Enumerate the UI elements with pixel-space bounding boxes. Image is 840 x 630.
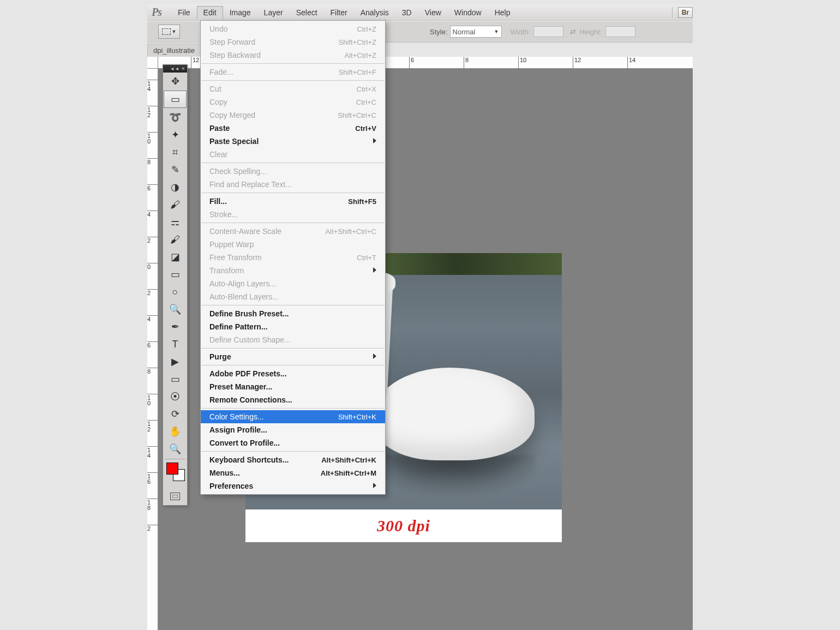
- menu-item-purge[interactable]: Purge: [201, 350, 385, 363]
- dodge-tool[interactable]: 🔍: [163, 301, 187, 318]
- eyedropper-tool[interactable]: ✎: [163, 161, 187, 178]
- menu-shortcut: Alt+Shift+Ctrl+C: [325, 227, 376, 236]
- menu-item-menus[interactable]: Menus...Alt+Shift+Ctrl+M: [201, 466, 385, 479]
- color-swatches[interactable]: [163, 460, 187, 488]
- eraser-tool[interactable]: ◪: [163, 248, 187, 266]
- menu-item-define-brush-preset[interactable]: Define Brush Preset...: [201, 307, 385, 320]
- menu-item-convert-to-profile[interactable]: Convert to Profile...: [201, 436, 385, 449]
- menu-shortcut: Alt+Shift+Ctrl+M: [321, 469, 376, 477]
- menu-item-fill[interactable]: Fill...Shift+F5: [201, 195, 385, 208]
- menu-item-label: Copy Merged: [209, 111, 255, 119]
- marquee-tool[interactable]: ▭: [164, 91, 187, 108]
- tools-panel: ◄◄ ✕ ✥▭➰✦⌗✎◑🖌⚎🖌◪▭○🔍✒T▶▭⦿⟳✋🔍: [163, 64, 188, 506]
- move-tool[interactable]: ✥: [163, 73, 187, 90]
- menu-item-label: Copy: [209, 98, 227, 106]
- height-label: Height:: [579, 28, 602, 36]
- clone-stamp-tool[interactable]: ⚎: [163, 213, 187, 231]
- menu-select[interactable]: Select: [290, 6, 324, 19]
- ruler-tick: 10: [147, 132, 158, 144]
- menu-edit[interactable]: Edit: [197, 6, 223, 20]
- chevron-down-icon: ▼: [172, 29, 177, 34]
- foreground-color-swatch[interactable]: [166, 463, 178, 475]
- ruler-vertical: 14121086420246810121416182: [147, 69, 158, 630]
- spot-heal-tool[interactable]: ◑: [163, 178, 187, 196]
- menu-item-stroke: Stroke...: [201, 208, 385, 221]
- close-icon: ✕: [181, 67, 185, 71]
- crop-tool[interactable]: ⌗: [163, 143, 187, 161]
- 3d-tool[interactable]: ⦿: [163, 388, 187, 405]
- swap-icon[interactable]: ⇄: [570, 28, 576, 36]
- menu-item-label: Puppet Warp: [209, 240, 254, 249]
- menu-item-label: Color Settings...: [209, 412, 264, 421]
- menu-item-step-backward: Step BackwardAlt+Ctrl+Z: [201, 49, 385, 62]
- path-select-tool[interactable]: ▶: [163, 353, 187, 370]
- menu-window[interactable]: Window: [448, 6, 488, 19]
- menu-item-check-spelling: Check Spelling...: [201, 165, 385, 178]
- menu-item-preset-manager[interactable]: Preset Manager...: [201, 380, 385, 393]
- menu-item-paste-special[interactable]: Paste Special: [201, 135, 385, 148]
- menu-item-paste[interactable]: PasteCtrl+V: [201, 122, 385, 135]
- menu-item-label: Define Brush Preset...: [209, 309, 289, 318]
- submenu-arrow-icon: [373, 138, 376, 145]
- menu-analysis[interactable]: Analysis: [354, 6, 395, 19]
- menu-item-remote-connections[interactable]: Remote Connections...: [201, 393, 385, 406]
- menu-item-keyboard-shortcuts[interactable]: Keyboard Shortcuts...Alt+Shift+Ctrl+K: [201, 453, 385, 466]
- width-input[interactable]: [533, 26, 563, 37]
- menubar: Ps FileEditImageLayerSelectFilterAnalysi…: [147, 4, 693, 21]
- height-input[interactable]: [605, 26, 635, 37]
- menu-item-label: Convert to Profile...: [209, 439, 280, 447]
- gradient-tool[interactable]: ▭: [163, 266, 187, 283]
- menu-item-label: Adobe PDF Presets...: [209, 369, 287, 378]
- active-tool-preset-button[interactable]: ▼: [158, 25, 180, 39]
- menu-item-label: Transform: [209, 266, 244, 275]
- magic-wand-tool[interactable]: ✦: [163, 126, 187, 143]
- menu-item-fade: Fade...Shift+Ctrl+F: [201, 65, 385, 79]
- menu-layer[interactable]: Layer: [257, 6, 290, 19]
- menu-item-preferences[interactable]: Preferences: [201, 479, 385, 493]
- document-tab[interactable]: dpi_illustratie: [147, 44, 201, 57]
- tools-titlebar[interactable]: ◄◄ ✕: [163, 65, 187, 73]
- history-brush-tool[interactable]: 🖌: [163, 231, 187, 248]
- ruler-tick: 0: [147, 263, 158, 269]
- 3d-camera-tool[interactable]: ⟳: [163, 405, 187, 423]
- menu-item-clear: Clear: [201, 148, 385, 161]
- pen-tool[interactable]: ✒: [163, 318, 187, 335]
- swan-reflection: [371, 455, 535, 499]
- type-tool[interactable]: T: [163, 335, 187, 353]
- menu-item-define-pattern[interactable]: Define Pattern...: [201, 320, 385, 333]
- menu-item-label: Paste: [209, 124, 230, 133]
- zoom-tool[interactable]: 🔍: [163, 440, 187, 458]
- menu-view[interactable]: View: [418, 6, 448, 19]
- menu-item-adobe-pdf-presets[interactable]: Adobe PDF Presets...: [201, 367, 385, 380]
- shape-tool[interactable]: ▭: [163, 370, 187, 388]
- menu-separator: [201, 365, 385, 365]
- bridge-button[interactable]: Br: [678, 7, 693, 18]
- menu-item-assign-profile[interactable]: Assign Profile...: [201, 423, 385, 436]
- menu-item-cut: CutCtrl+X: [201, 82, 385, 95]
- menu-filter[interactable]: Filter: [324, 6, 354, 19]
- quickmask-button[interactable]: [163, 488, 187, 505]
- menu-shortcut: Shift+Ctrl+K: [338, 413, 376, 421]
- brush-tool[interactable]: 🖌: [163, 196, 187, 213]
- blur-tool[interactable]: ○: [163, 283, 187, 301]
- menu-item-label: Undo: [209, 25, 227, 33]
- marquee-icon: [162, 28, 171, 35]
- ruler-tick: 6: [147, 184, 158, 191]
- menu-image[interactable]: Image: [223, 6, 257, 19]
- menu-shortcut: Ctrl+V: [355, 124, 376, 133]
- hand-tool[interactable]: ✋: [163, 423, 187, 440]
- menu-item-color-settings[interactable]: Color Settings...Shift+Ctrl+K: [201, 410, 385, 423]
- right-menubar: Br: [667, 7, 693, 18]
- menu-help[interactable]: Help: [488, 6, 517, 19]
- menu-file[interactable]: File: [171, 6, 197, 19]
- menu-shortcut: Shift+Ctrl+F: [339, 68, 376, 76]
- ruler-corner: [147, 57, 158, 69]
- dpi-strip: 300 dpi: [245, 509, 562, 542]
- style-select[interactable]: Normal ▼: [450, 26, 502, 38]
- lasso-tool[interactable]: ➰: [163, 109, 187, 126]
- menu-item-label: Content-Aware Scale: [209, 227, 281, 236]
- ruler-tick: 14: [147, 446, 158, 458]
- menu-3d[interactable]: 3D: [395, 6, 418, 19]
- menu-item-label: Menus...: [209, 469, 240, 477]
- menu-item-label: Define Custom Shape...: [209, 335, 291, 344]
